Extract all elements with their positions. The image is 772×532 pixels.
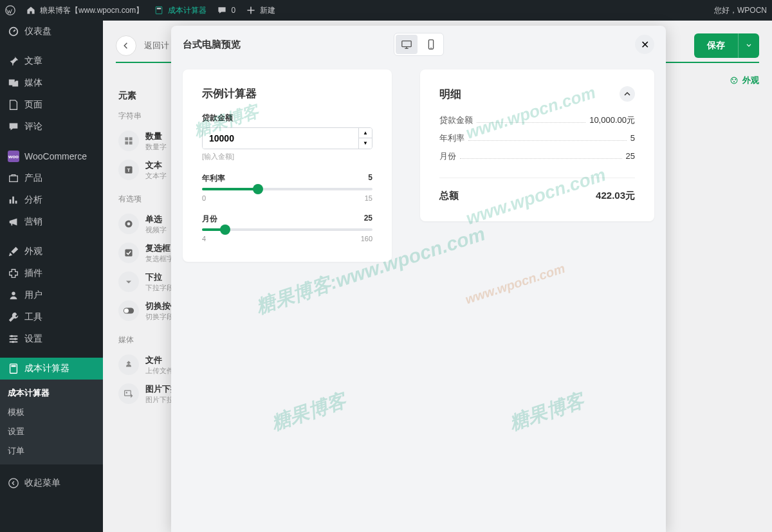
comments-icon bbox=[8, 121, 19, 133]
loan-amount-input[interactable] bbox=[203, 128, 358, 149]
close-button[interactable]: ✕ bbox=[635, 35, 654, 54]
sliders-icon bbox=[8, 333, 19, 345]
svg-point-12 bbox=[731, 77, 737, 84]
menu-marketing[interactable]: 营销 bbox=[0, 211, 103, 233]
svg-point-23 bbox=[127, 223, 131, 226]
loan-amount-decrement[interactable]: ▼ bbox=[359, 138, 372, 149]
text-icon: T bbox=[118, 160, 139, 180]
adminbar-new[interactable]: 新建 bbox=[246, 5, 275, 16]
menu-products[interactable]: 产品 bbox=[0, 167, 103, 189]
svg-rect-27 bbox=[125, 390, 131, 396]
adminbar-comments[interactable]: 0 bbox=[217, 5, 235, 15]
svg-point-31 bbox=[430, 48, 431, 48]
dashboard-icon bbox=[8, 26, 19, 37]
radio-icon bbox=[118, 214, 139, 234]
detail-row: 贷款金额10,000.00元 bbox=[439, 115, 635, 126]
save-button[interactable]: 保存 bbox=[694, 33, 738, 58]
products-icon bbox=[8, 172, 19, 184]
rate-slider[interactable] bbox=[202, 188, 372, 190]
preview-modal: 台式电脑预览 ✕ 示例计算器 贷款金额 ▲ ▼ [输入金额] 年利率5 bbox=[171, 26, 666, 532]
submenu-templates[interactable]: 模板 bbox=[0, 403, 103, 422]
modal-title: 台式电脑预览 bbox=[183, 39, 241, 51]
svg-point-15 bbox=[733, 81, 735, 82]
menu-analytics[interactable]: 分析 bbox=[0, 189, 103, 211]
admin-sidebar: 仪表盘 文章 媒体 页面 评论 wooWooCommerce 产品 分析 营销 … bbox=[0, 21, 103, 532]
months-slider-thumb[interactable] bbox=[220, 225, 230, 235]
detail-title: 明细 bbox=[439, 87, 461, 102]
wp-logo[interactable] bbox=[5, 5, 15, 15]
submenu-orders[interactable]: 订单 bbox=[0, 441, 103, 461]
calculator-card: 示例计算器 贷款金额 ▲ ▼ [输入金额] 年利率5 015 月份25 bbox=[183, 69, 392, 262]
menu-tools[interactable]: 工具 bbox=[0, 306, 103, 328]
site-name: 糖果博客【www.wpocn.com】 bbox=[40, 5, 143, 16]
submenu-head[interactable]: 成本计算器 bbox=[0, 383, 103, 403]
svg-rect-16 bbox=[125, 137, 128, 140]
rate-max: 15 bbox=[365, 194, 372, 202]
menu-woocommerce[interactable]: wooWooCommerce bbox=[0, 145, 103, 167]
svg-point-5 bbox=[12, 292, 15, 295]
adminbar-calc[interactable]: 成本计算器 bbox=[154, 5, 207, 16]
dropdown-icon bbox=[118, 271, 139, 292]
svg-rect-10 bbox=[11, 365, 15, 367]
menu-media[interactable]: 媒体 bbox=[0, 72, 103, 94]
svg-point-6 bbox=[11, 335, 14, 338]
media-icon bbox=[8, 77, 19, 89]
svg-rect-29 bbox=[401, 41, 410, 47]
menu-pages[interactable]: 页面 bbox=[0, 94, 103, 116]
checkbox-icon bbox=[118, 243, 139, 263]
plugin-icon bbox=[8, 268, 19, 279]
detail-row: 月份25 bbox=[439, 151, 635, 162]
total-label: 总额 bbox=[439, 190, 459, 202]
submenu-calc: 成本计算器 模板 设置 订单 bbox=[0, 380, 103, 464]
menu-users[interactable]: 用户 bbox=[0, 284, 103, 306]
adminbar-greeting[interactable]: 您好，WPOCN bbox=[714, 5, 767, 16]
megaphone-icon bbox=[8, 216, 19, 228]
loan-amount-label: 贷款金额 bbox=[202, 113, 372, 124]
device-desktop[interactable] bbox=[396, 35, 418, 54]
admin-bar: 糖果博客【www.wpocn.com】 成本计算器 0 新建 您好，WPOCN bbox=[0, 0, 772, 21]
svg-rect-4 bbox=[10, 176, 18, 181]
collapse-icon bbox=[8, 477, 19, 489]
collapse-detail-button[interactable] bbox=[620, 86, 635, 102]
menu-collapse[interactable]: 收起菜单 bbox=[0, 472, 103, 494]
file-icon bbox=[118, 354, 139, 375]
rate-min: 0 bbox=[202, 194, 206, 202]
back-button[interactable] bbox=[116, 35, 136, 56]
submenu-settings[interactable]: 设置 bbox=[0, 422, 103, 441]
rate-value: 5 bbox=[368, 173, 372, 184]
detail-row: 年利率5 bbox=[439, 133, 635, 144]
svg-rect-17 bbox=[129, 137, 133, 140]
image-dropdown-icon bbox=[118, 383, 139, 404]
menu-plugins[interactable]: 插件 bbox=[0, 262, 103, 284]
months-label: 月份 bbox=[202, 214, 217, 225]
menu-posts[interactable]: 文章 bbox=[0, 50, 103, 72]
woo-icon: woo bbox=[8, 151, 19, 162]
svg-text:T: T bbox=[127, 167, 131, 173]
svg-rect-24 bbox=[125, 249, 132, 256]
site-home[interactable]: 糖果博客【www.wpocn.com】 bbox=[26, 5, 143, 16]
menu-settings[interactable]: 设置 bbox=[0, 328, 103, 350]
svg-point-7 bbox=[14, 338, 17, 340]
device-mobile[interactable] bbox=[420, 35, 442, 54]
back-label: 返回计 bbox=[144, 40, 169, 51]
svg-rect-2 bbox=[157, 8, 161, 9]
svg-rect-18 bbox=[125, 142, 128, 145]
tab-appearance[interactable]: 外观 bbox=[730, 75, 759, 86]
months-slider[interactable] bbox=[202, 228, 372, 231]
months-value: 25 bbox=[364, 214, 372, 225]
total-value: 422.03元 bbox=[596, 190, 635, 202]
svg-point-28 bbox=[126, 392, 127, 393]
rate-slider-thumb[interactable] bbox=[253, 184, 263, 194]
users-icon bbox=[8, 289, 19, 301]
device-toggle bbox=[394, 33, 444, 56]
detail-card: 明细 贷款金额10,000.00元 年利率5 月份25 总额422.03元 bbox=[420, 69, 654, 221]
menu-cost-calculator[interactable]: 成本计算器 bbox=[0, 358, 103, 380]
svg-point-13 bbox=[732, 79, 733, 80]
svg-rect-19 bbox=[129, 142, 133, 145]
menu-dashboard[interactable]: 仪表盘 bbox=[0, 21, 103, 42]
menu-appearance[interactable]: 外观 bbox=[0, 241, 103, 262]
save-dropdown[interactable] bbox=[738, 33, 759, 58]
menu-comments[interactable]: 评论 bbox=[0, 116, 103, 138]
toggle-icon bbox=[118, 300, 139, 321]
loan-amount-increment[interactable]: ▲ bbox=[359, 128, 372, 138]
